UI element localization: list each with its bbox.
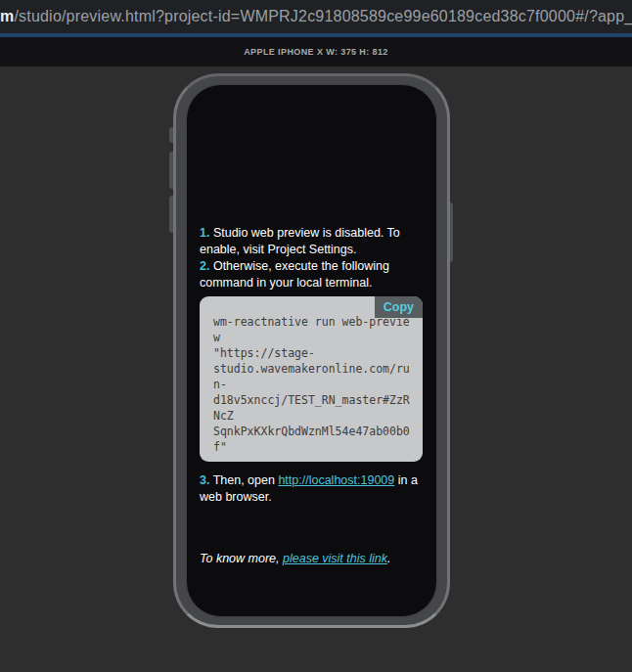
step-2-text: Otherwise, execute the following command…: [200, 259, 389, 290]
step-1: 1. Studio web preview is disabled. To en…: [200, 225, 423, 258]
iphone-x-frame: 1. Studio web preview is disabled. To en…: [173, 73, 450, 628]
device-size-label: APPLE IPHONE X W: 375 H: 812: [244, 47, 388, 57]
step-2-number: 2.: [200, 259, 209, 273]
url-domain-fragment: m: [0, 8, 14, 25]
browser-url-bar[interactable]: m/studio/preview.html?project-id=WMPRJ2c…: [0, 0, 632, 37]
preview-stage: 1. Studio web preview is disabled. To en…: [0, 67, 632, 672]
localhost-link[interactable]: http://localhost:19009: [278, 473, 394, 487]
know-more-text: To know more,: [200, 552, 283, 565]
step-1-text: Studio web preview is disabled. To enabl…: [200, 226, 400, 256]
url-path: /studio/preview.html?project-id=WMPRJ2c9…: [14, 8, 632, 25]
command-code-block: Copy wm-reactnative run web-preview "htt…: [200, 296, 423, 462]
preview-instructions: 1. Studio web preview is disabled. To en…: [200, 225, 423, 567]
copy-button[interactable]: Copy: [375, 296, 423, 318]
know-more-note: To know more, please visit this link.: [200, 551, 423, 567]
terminal-command: wm-reactnative run web-preview "https://…: [213, 314, 411, 455]
step-1-number: 1.: [200, 226, 209, 240]
know-more-period: .: [387, 552, 390, 565]
step-3-text-before: Then, open: [209, 473, 278, 487]
device-toolbar: APPLE IPHONE X W: 375 H: 812: [0, 37, 632, 67]
step-2: 2. Otherwise, execute the following comm…: [200, 258, 423, 291]
step-3-number: 3.: [200, 473, 209, 487]
know-more-link[interactable]: please visit this link: [283, 552, 387, 565]
phone-screen: 1. Studio web preview is disabled. To en…: [186, 84, 437, 617]
step-3: 3. Then, open http://localhost:19009 in …: [200, 472, 423, 506]
